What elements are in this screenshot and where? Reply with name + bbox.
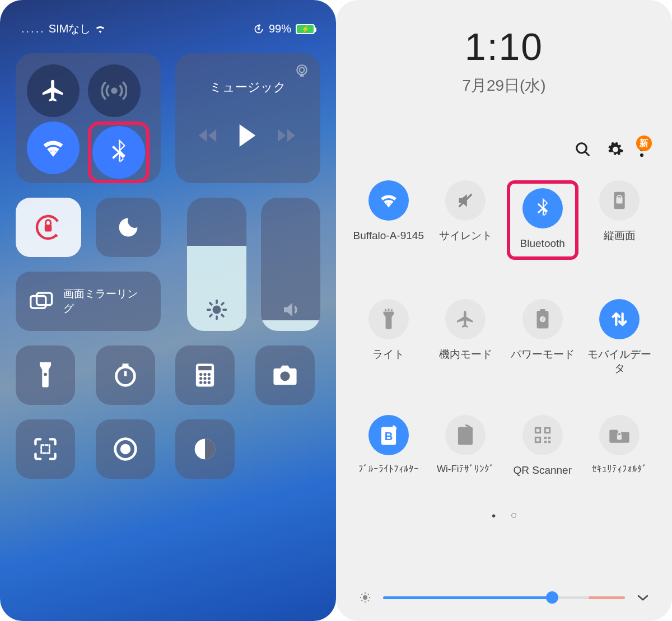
svg-point-25 [208, 373, 211, 376]
secure-folder-tile[interactable]: ｾｷｭﾘﾃｨﾌｫﾙﾀﾞ [584, 415, 656, 478]
svg-line-13 [210, 303, 212, 305]
page-indicator: ● [353, 511, 655, 520]
tile-label: 機内モード [439, 347, 492, 362]
svg-line-16 [222, 303, 223, 305]
qr-tile[interactable]: QR Scanner [507, 415, 578, 478]
airplay-icon[interactable] [295, 63, 309, 78]
orientation-lock-status-icon [253, 24, 264, 35]
volume-slider[interactable] [261, 198, 320, 331]
svg-point-24 [203, 373, 206, 376]
rotation-tile[interactable]: 縦画面 [584, 180, 656, 260]
svg-point-30 [203, 381, 206, 384]
svg-rect-48 [540, 309, 545, 312]
tile-label: モバイルデータ [584, 347, 656, 376]
dark-mode-toggle[interactable] [175, 419, 235, 479]
play-button[interactable] [237, 124, 258, 147]
flashlight-tile[interactable]: ライト [353, 299, 424, 376]
svg-rect-0 [258, 27, 259, 30]
quick-settings-grid: Buffalo-A-9145 サイレント Bluetooth 縦画面 ライト 機… [353, 180, 655, 478]
tile-label: Buffalo-A-9145 [353, 228, 424, 243]
svg-point-28 [208, 377, 211, 380]
svg-text:B: B [384, 430, 393, 442]
expand-button[interactable] [636, 593, 650, 602]
bluetooth-toggle[interactable] [92, 126, 145, 179]
silent-tile[interactable]: サイレント [430, 180, 502, 260]
power-mode-tile[interactable]: パワーモード [507, 299, 578, 376]
brightness-icon [207, 300, 227, 320]
svg-line-38 [585, 152, 590, 156]
svg-rect-59 [544, 437, 547, 439]
new-badge: 新 [636, 136, 652, 151]
svg-point-29 [199, 381, 202, 384]
qr-scanner-button[interactable] [16, 419, 75, 479]
orientation-lock-toggle[interactable] [16, 198, 81, 257]
tile-label: Wi-Fiﾃｻﾞﾘﾝｸﾞ [437, 463, 494, 476]
tethering-tile[interactable]: Wi-Fiﾃｻﾞﾘﾝｸﾞ [430, 415, 502, 478]
svg-point-32 [280, 371, 290, 381]
flashlight-button[interactable] [16, 345, 75, 405]
android-quick-settings: 1:10 7月29日(水) 新 Buffalo-A-9145 サイレント Blu… [336, 0, 672, 621]
bluetooth-tile[interactable]: Bluetooth [516, 188, 570, 251]
bluetooth-highlight [88, 122, 150, 183]
svg-point-3 [300, 68, 305, 73]
svg-rect-22 [198, 366, 211, 370]
bluelight-tile[interactable]: B ﾌﾞﾙｰﾗｲﾄﾌｨﾙﾀｰ [353, 415, 424, 478]
music-title: ミュージック [189, 79, 307, 96]
airplane-tile[interactable]: 機内モード [430, 299, 502, 376]
camera-button[interactable] [255, 345, 315, 405]
svg-point-1 [112, 88, 116, 93]
svg-point-23 [199, 373, 202, 376]
calculator-button[interactable] [175, 345, 235, 405]
svg-point-17 [44, 373, 47, 376]
screen-record-button[interactable] [96, 419, 155, 479]
svg-rect-56 [536, 429, 539, 432]
screen-mirroring-button[interactable]: 画面ミラーリング [16, 272, 161, 331]
svg-point-26 [199, 377, 202, 380]
svg-line-14 [222, 315, 223, 316]
tile-label: QR Scanner [513, 463, 572, 478]
svg-point-41 [640, 153, 643, 157]
airplane-mode-toggle[interactable] [27, 64, 80, 117]
svg-point-27 [203, 377, 206, 380]
brightness-bar[interactable] [358, 591, 650, 604]
screen-mirroring-label: 画面ミラーリング [63, 287, 147, 316]
menu-button[interactable]: 新 [640, 141, 644, 158]
svg-rect-7 [37, 293, 52, 305]
svg-line-47 [391, 309, 393, 311]
wifi-tile[interactable]: Buffalo-A-9145 [353, 180, 424, 260]
cellular-data-toggle[interactable] [88, 64, 141, 117]
settings-button[interactable] [607, 141, 624, 158]
svg-point-8 [213, 306, 221, 314]
svg-line-46 [385, 309, 386, 311]
do-not-disturb-toggle[interactable] [96, 198, 161, 257]
svg-point-35 [120, 444, 130, 454]
tile-label: ﾌﾞﾙｰﾗｲﾄﾌｨﾙﾀｰ [358, 463, 419, 476]
svg-rect-63 [617, 435, 622, 440]
brightness-low-icon [358, 591, 372, 604]
wifi-toggle[interactable] [27, 122, 80, 174]
search-button[interactable] [575, 141, 591, 158]
brightness-slider[interactable] [187, 198, 246, 331]
wifi-status-icon [94, 24, 106, 34]
svg-line-71 [362, 600, 362, 601]
clock-time: 1:10 [353, 25, 655, 68]
ios-control-center: ..... SIMなし 99% ⚡ [0, 0, 336, 621]
tile-label: ｾｷｭﾘﾃｨﾌｫﾙﾀﾞ [592, 463, 647, 476]
timer-button[interactable] [96, 345, 155, 405]
music-tile[interactable]: ミュージック [175, 53, 320, 183]
svg-line-72 [368, 594, 368, 595]
svg-point-37 [577, 143, 587, 153]
svg-rect-33 [41, 445, 50, 454]
brightness-track[interactable] [383, 596, 625, 599]
svg-rect-6 [31, 296, 46, 309]
volume-icon [281, 300, 301, 320]
svg-line-69 [362, 594, 362, 595]
svg-rect-52 [458, 427, 473, 445]
next-track-button[interactable] [278, 127, 297, 144]
svg-line-70 [368, 600, 368, 601]
svg-rect-5 [45, 225, 52, 232]
tile-label: ライト [372, 347, 404, 362]
prev-track-button[interactable] [199, 127, 218, 144]
svg-line-15 [210, 315, 212, 316]
mobile-data-tile[interactable]: モバイルデータ [584, 299, 656, 376]
